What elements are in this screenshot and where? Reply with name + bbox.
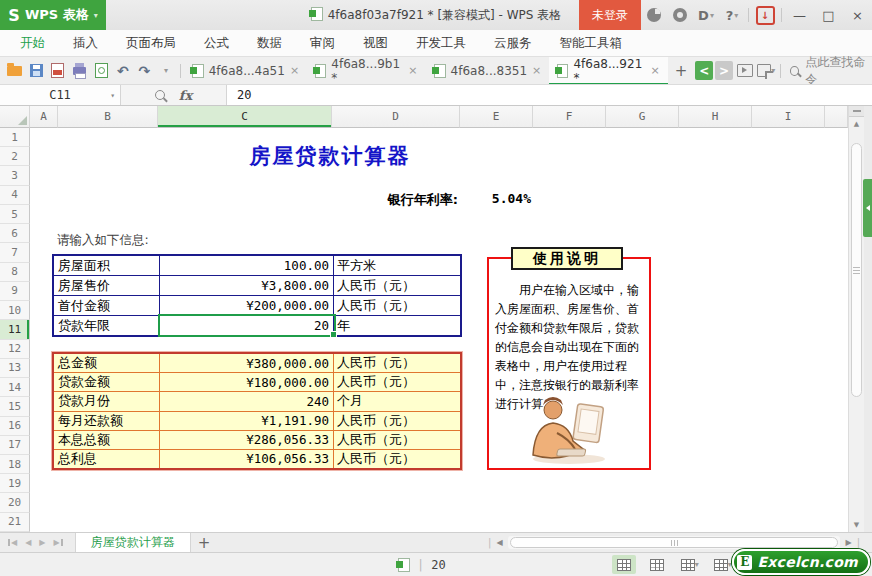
normal-view-button[interactable]	[612, 555, 636, 574]
minimize-button[interactable]: —	[785, 0, 814, 30]
new-document-button[interactable]: +	[668, 62, 695, 80]
column-header-g[interactable]: G	[606, 106, 679, 128]
cell-value[interactable]: ¥3,800.00	[160, 276, 334, 295]
cell-value[interactable]: 240	[160, 392, 334, 410]
present-button[interactable]	[735, 60, 755, 82]
row-header-3[interactable]: 3	[0, 166, 30, 185]
column-header-h[interactable]: H	[679, 106, 752, 128]
row-header-4[interactable]: 4	[0, 186, 30, 205]
cell-label[interactable]: 房屋面积	[54, 256, 160, 275]
menu-tab-page-layout[interactable]: 页面布局	[112, 30, 190, 56]
cell-unit[interactable]: 平方米	[334, 256, 460, 275]
maximize-button[interactable]: □	[814, 0, 843, 30]
cell-value[interactable]: 100.00	[160, 256, 334, 275]
menu-tab-cloud[interactable]: 云服务	[480, 30, 546, 56]
worksheet-grid[interactable]: 1 2 3 4 5 6 7 8 9 10 11 12 13 14 15 16 1…	[0, 128, 848, 532]
column-header-e[interactable]: E	[460, 106, 533, 128]
help-button[interactable]: ?▾	[719, 0, 745, 30]
fill-handle[interactable]	[330, 331, 337, 338]
row-header-1[interactable]: 1	[0, 128, 30, 147]
menu-tab-data[interactable]: 数据	[243, 30, 296, 56]
cell-value[interactable]: ¥380,000.00	[160, 354, 334, 372]
print-button[interactable]	[70, 60, 90, 82]
cell-label[interactable]: 贷款金额	[54, 373, 160, 391]
save-button[interactable]	[27, 60, 47, 82]
row-header-2[interactable]: 2	[0, 147, 30, 166]
settings-gear-icon[interactable]	[667, 0, 693, 30]
menu-tab-view[interactable]: 视图	[349, 30, 402, 56]
next-tab-button[interactable]: >	[715, 61, 733, 80]
scroll-left-button[interactable]: ◀	[496, 538, 502, 547]
export-pdf-button[interactable]	[48, 60, 68, 82]
row-header-21[interactable]: 21	[0, 513, 30, 532]
menu-tab-developer[interactable]: 开发工具	[402, 30, 480, 56]
document-tab-4-active[interactable]: 4f6a8...921 * ×	[549, 57, 668, 85]
menu-tab-formulas[interactable]: 公式	[190, 30, 243, 56]
menu-tab-insert[interactable]: 插入	[59, 30, 112, 56]
row-header-19[interactable]: 19	[0, 474, 30, 493]
close-tab-icon[interactable]: ×	[651, 64, 660, 77]
row-header-10[interactable]: 10	[0, 301, 30, 320]
document-tab-3[interactable]: 4f6a8...8351 ×	[426, 57, 550, 85]
document-tab-2[interactable]: 4f6a8...9b1 * ×	[307, 57, 425, 85]
row-header-8[interactable]: 8	[0, 263, 30, 282]
row-header-6[interactable]: 6	[0, 224, 30, 243]
row-header-12[interactable]: 12	[0, 340, 30, 359]
cell-unit[interactable]: 人民币（元）	[334, 373, 460, 391]
reading-mode-button[interactable]: ▾	[711, 555, 735, 574]
split-handle[interactable]	[849, 106, 864, 117]
side-panel-toggle[interactable]	[863, 179, 872, 237]
cell-unit[interactable]: 人民币（元）	[334, 354, 460, 372]
cell-value[interactable]: ¥1,191.90	[160, 412, 334, 430]
bank-rate-value[interactable]: 5.04%	[460, 191, 531, 206]
formula-input[interactable]: 20	[227, 85, 872, 105]
row-header-20[interactable]: 20	[0, 493, 30, 512]
row-header-13[interactable]: 13	[0, 359, 30, 378]
print-preview-button[interactable]	[91, 60, 111, 82]
cell-label[interactable]: 首付金额	[54, 296, 160, 315]
sheet-tab-active[interactable]: 房屋贷款计算器	[75, 533, 191, 552]
redo-button[interactable]: ↷	[135, 60, 155, 82]
cell-label[interactable]: 总金额	[54, 354, 160, 372]
cell-unit[interactable]: 人民币（元）	[334, 431, 460, 449]
column-header-c[interactable]: C	[158, 106, 332, 128]
cell-label[interactable]: 本息总额	[54, 431, 160, 449]
cell-unit[interactable]: 人民币（元）	[334, 412, 460, 430]
find-command-box[interactable]: 点此查找命令	[790, 54, 872, 88]
column-header-i[interactable]: I	[752, 106, 825, 128]
share-button[interactable]: ▾	[756, 60, 776, 82]
column-header-f[interactable]: F	[533, 106, 606, 128]
row-header-14[interactable]: 14	[0, 378, 30, 397]
cell-unit[interactable]: 年	[334, 316, 460, 335]
close-tab-icon[interactable]: ×	[532, 64, 541, 77]
skin-icon[interactable]	[641, 0, 667, 30]
document-tab-1[interactable]: 4f6a8...4a51 ×	[184, 57, 307, 85]
close-tab-icon[interactable]: ×	[290, 64, 299, 77]
row-header-17[interactable]: 17	[0, 436, 30, 455]
name-box[interactable]: C11 ▾	[0, 85, 121, 105]
cell-unit[interactable]: 人民币（元）	[334, 296, 460, 315]
scroll-up-button[interactable]: ▲	[849, 117, 864, 131]
page-break-view-button[interactable]	[645, 555, 669, 574]
download-button[interactable]: ↓	[752, 0, 778, 30]
cell-value[interactable]: ¥200,000.00	[160, 296, 334, 315]
row-header-5[interactable]: 5	[0, 205, 30, 224]
row-header-16[interactable]: 16	[0, 417, 30, 436]
horizontal-scroll-thumb[interactable]	[510, 537, 839, 548]
prev-sheet-button[interactable]: ◀	[21, 538, 35, 547]
scroll-right-button[interactable]: ▶	[845, 538, 851, 547]
horizontal-scrollbar[interactable]: | ◀ ▶ |	[488, 536, 860, 549]
cell-value[interactable]: ¥286,056.33	[160, 431, 334, 449]
column-header-b[interactable]: B	[58, 106, 158, 128]
row-header-7[interactable]: 7	[0, 243, 30, 262]
page-layout-button[interactable]: ▾	[678, 555, 702, 574]
close-button[interactable]: ×	[843, 0, 872, 30]
scroll-down-button[interactable]: ▼	[849, 518, 864, 532]
feedback-button[interactable]: D▾	[693, 0, 719, 30]
menu-tab-home[interactable]: 开始	[6, 30, 59, 56]
menu-tab-review[interactable]: 审阅	[296, 30, 349, 56]
row-header-15[interactable]: 15	[0, 397, 30, 416]
column-header-a[interactable]: A	[30, 106, 58, 128]
cell-unit[interactable]: 人民币（元）	[334, 450, 460, 468]
close-tab-icon[interactable]: ×	[408, 64, 417, 77]
